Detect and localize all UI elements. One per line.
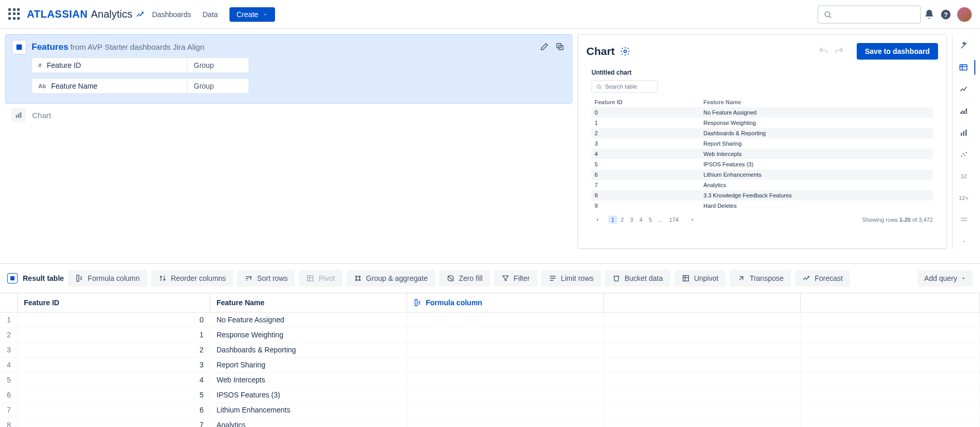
unpivot-button[interactable]: Unpivot <box>674 270 726 287</box>
svg-point-22 <box>355 276 357 277</box>
transform-toolbar: Result table Formula column Reorder colu… <box>0 263 980 293</box>
product-logo[interactable]: ATLASSIAN Analytics <box>27 8 145 20</box>
table-row: 0No Feature Assigned <box>592 107 933 118</box>
chevron-down-icon <box>960 275 967 281</box>
query-source: from AVP Starter dashboards Jira Align <box>70 42 205 51</box>
bar-chart-icon <box>11 108 26 122</box>
transpose-button[interactable]: Transpose <box>730 270 791 287</box>
table-chart-icon[interactable] <box>953 60 975 75</box>
result-table-tab[interactable]: Result table <box>7 273 64 283</box>
scatter-chart-icon[interactable] <box>957 147 971 162</box>
reorder-columns-button[interactable]: Reorder columns <box>151 270 234 287</box>
svg-rect-8 <box>20 112 22 118</box>
expand-icon[interactable] <box>957 234 971 249</box>
col-header-feature-name[interactable]: Feature Name <box>210 293 407 312</box>
svg-point-23 <box>359 276 361 277</box>
help-icon[interactable]: ? <box>938 6 954 23</box>
svg-rect-19 <box>10 276 15 280</box>
search-table-input[interactable]: Search table <box>592 80 658 93</box>
save-to-dashboard-button[interactable]: Save to dashboard <box>857 43 938 60</box>
svg-rect-11 <box>960 65 967 70</box>
row-number-header <box>0 293 18 312</box>
create-label: Create <box>237 10 258 19</box>
table-row: 10No Feature Assigned <box>0 312 980 328</box>
svg-rect-6 <box>16 115 18 118</box>
chart-settings-icon[interactable] <box>620 46 630 56</box>
table-row: 7Analytics <box>592 180 933 190</box>
svg-rect-13 <box>963 131 964 136</box>
bar-chart-icon[interactable] <box>957 125 971 140</box>
page-1[interactable]: 1 <box>608 216 617 224</box>
chart-step[interactable]: Chart <box>5 104 572 122</box>
table-row: 83.3 Knowledge Feedback Features <box>592 190 933 201</box>
bucket-data-button[interactable]: Bucket data <box>605 270 670 287</box>
magic-icon[interactable] <box>957 38 971 53</box>
column-chip[interactable]: #Feature ID <box>32 58 187 73</box>
chart-title: Untitled chart <box>592 69 933 76</box>
query-title[interactable]: Features <box>32 42 68 52</box>
create-button[interactable]: Create <box>229 7 275 22</box>
page-next[interactable] <box>687 216 698 223</box>
chart-preview-table: Feature ID Feature Name 0No Feature Assi… <box>592 97 933 211</box>
limit-rows-button[interactable]: Limit rows <box>541 270 601 287</box>
nav-dashboards[interactable]: Dashboards <box>152 10 192 19</box>
table-row: 65IPSOS Features (3) <box>0 388 980 403</box>
redo-icon[interactable] <box>834 46 844 56</box>
group-aggregate-button[interactable]: Group & aggregate <box>347 270 435 287</box>
table-row: 76Lithium Enhancements <box>0 403 980 418</box>
aggregation-select[interactable]: Group <box>187 58 249 73</box>
svg-point-15 <box>961 155 962 156</box>
add-query-button[interactable]: Add query <box>918 270 973 287</box>
col-header-formula[interactable]: Formula column <box>407 293 604 312</box>
svg-point-9 <box>624 50 626 53</box>
query-block: Features from AVP Starter dashboards Jir… <box>5 34 572 104</box>
notifications-icon[interactable] <box>921 6 938 23</box>
col-feature-id: Feature ID <box>592 97 700 107</box>
formula-column-button[interactable]: Formula column <box>68 270 147 287</box>
row-status: Showing rows 1-20 of 3,472 <box>862 217 933 223</box>
more-icon[interactable] <box>957 212 971 227</box>
table-row: 1Response Weighting <box>592 118 933 128</box>
table-row: 9Hard Deletes <box>592 201 933 211</box>
svg-point-25 <box>359 279 361 281</box>
brand-text: ATLASSIAN <box>27 8 88 20</box>
forecast-button[interactable]: Forecast <box>795 270 850 287</box>
page-3[interactable]: 3 <box>627 216 636 224</box>
table-row: 21Response Weighting <box>0 328 980 343</box>
table-row: 3Report Sharing <box>592 138 933 149</box>
page-5[interactable]: 5 <box>646 216 655 224</box>
svg-rect-28 <box>415 300 417 306</box>
kpi-12-icon[interactable]: 12 <box>957 169 971 183</box>
copy-icon[interactable] <box>555 42 565 51</box>
app-switcher-icon[interactable] <box>8 8 21 21</box>
aggregation-select[interactable]: Group <box>187 78 249 94</box>
global-search-input[interactable] <box>817 5 921 24</box>
undo-icon[interactable] <box>818 46 829 56</box>
svg-point-24 <box>355 279 357 281</box>
table-row: 5IPSOS Features (3) <box>592 159 933 169</box>
svg-rect-7 <box>18 113 20 118</box>
col-header-feature-id[interactable]: Feature ID <box>18 293 210 312</box>
filter-button[interactable]: Filter <box>494 270 537 287</box>
line-chart-icon[interactable] <box>957 82 971 96</box>
svg-point-18 <box>965 152 967 153</box>
table-row: 6Lithium Enhancements <box>592 169 933 180</box>
page-...[interactable]: ... <box>655 216 666 224</box>
zero-fill-button[interactable]: Zero fill <box>439 270 490 287</box>
svg-rect-12 <box>961 133 962 136</box>
page-prev[interactable] <box>592 216 603 223</box>
svg-rect-3 <box>17 45 22 50</box>
product-name: Analytics <box>91 8 132 20</box>
page-4[interactable]: 4 <box>636 216 645 224</box>
edit-icon[interactable] <box>540 42 549 51</box>
user-avatar[interactable] <box>957 7 972 22</box>
sort-rows-button[interactable]: Sort rows <box>237 270 295 287</box>
page-174[interactable]: 174 <box>666 216 682 224</box>
page-2[interactable]: 2 <box>617 216 627 224</box>
search-icon <box>824 10 832 19</box>
area-chart-icon[interactable] <box>957 104 971 118</box>
table-row: 87Analytics <box>0 418 980 427</box>
nav-data[interactable]: Data <box>203 10 218 19</box>
column-chip[interactable]: AbFeature Name <box>32 78 187 94</box>
kpi-12plus-icon[interactable]: 12+ <box>957 191 971 205</box>
